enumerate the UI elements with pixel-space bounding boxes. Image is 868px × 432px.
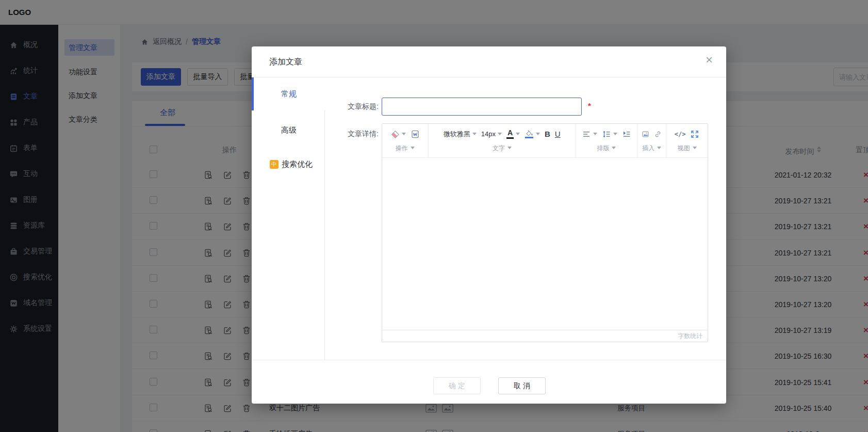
word-count: 字数统计 [382,330,708,342]
toolbar-group-layout: 排版 [576,124,638,157]
bucket-icon [525,130,534,136]
modal-tab-seo[interactable]: 中 搜索优化 [252,153,325,175]
close-icon[interactable]: × [706,54,713,66]
toolbar-group-view: </> 视图 [666,124,708,157]
toolbar-group-text: 微软雅黑 14px A B U 文字 [429,124,576,157]
chevron-down-icon [411,147,415,151]
toolbar-group-insert: 插入 [637,124,666,157]
group-label-actions[interactable]: 操作 [382,144,428,157]
chevron-down-icon[interactable] [472,133,477,137]
group-label-layout[interactable]: 排版 [576,144,637,157]
required-mark: * [588,101,591,110]
font-size-select[interactable]: 14px [481,130,496,138]
word-import-icon[interactable] [411,130,420,139]
rich-text-editor: 操作 微软雅黑 14px A B U 文字 [382,123,708,342]
indent-icon[interactable] [622,130,631,139]
chevron-down-icon[interactable] [536,133,540,137]
image-icon[interactable] [642,130,649,139]
line-height-icon[interactable] [602,130,611,139]
eraser-icon[interactable] [390,130,400,139]
modal-tab-seo-label: 搜索优化 [282,159,313,169]
chevron-down-icon [657,147,661,151]
font-family-select[interactable]: 微软雅黑 [444,130,470,139]
chevron-down-icon [507,147,512,151]
chevron-down-icon[interactable] [498,133,502,137]
chevron-down-icon[interactable] [593,133,597,137]
article-title-label: 文章标题: [314,102,379,111]
editor-toolbar: 操作 微软雅黑 14px A B U 文字 [382,124,708,158]
group-label-text[interactable]: 文字 [429,144,576,157]
highlight-color-button[interactable] [525,130,534,138]
screen: LOGO 概况 统计 文章 产品 表单 互动 图册 资源库 交易管理 搜索优化 … [0,0,868,432]
article-detail-label: 文章详情: [314,130,379,139]
modal-footer-divider [252,360,726,360]
chevron-down-icon [612,147,616,151]
confirm-button[interactable]: 确 定 [433,377,481,394]
bold-button[interactable]: B [545,130,550,138]
group-label-view[interactable]: 视图 [666,144,708,157]
font-color-button[interactable]: A [506,129,514,139]
add-article-modal: 添加文章 × 常规 高级 中 搜索优化 文章标题: * 文章详情: [252,46,726,404]
chevron-down-icon[interactable] [613,133,617,137]
align-icon[interactable] [582,130,591,139]
group-label-insert[interactable]: 插入 [637,144,666,157]
code-view-button[interactable]: </> [675,131,686,138]
toolbar-group-actions: 操作 [382,124,429,157]
chevron-down-icon [693,147,697,151]
chevron-down-icon[interactable] [402,133,406,137]
chevron-down-icon[interactable] [516,133,520,137]
link-icon[interactable] [654,130,662,139]
fullscreen-icon[interactable] [690,130,699,139]
modal-title: 添加文章 [269,46,302,77]
modal-header: 添加文章 × [252,46,726,77]
underline-button[interactable]: U [555,130,561,138]
editor-content-area[interactable] [382,158,708,330]
cancel-button[interactable]: 取 消 [498,377,546,394]
seo-badge: 中 [270,160,279,169]
tab-rail-divider [324,110,325,360]
article-title-input[interactable] [382,98,582,116]
